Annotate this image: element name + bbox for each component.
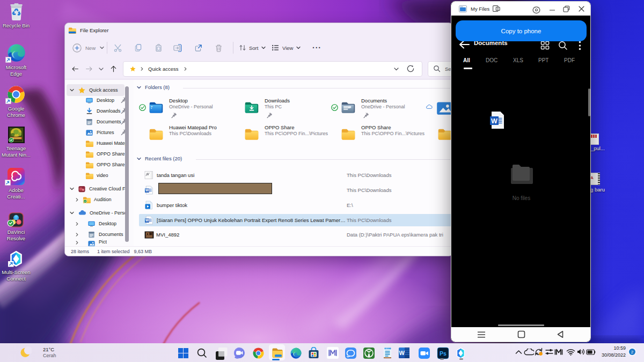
svg-text:W: W xyxy=(491,117,497,125)
svg-text:W: W xyxy=(399,350,405,356)
svg-text:Ps: Ps xyxy=(440,350,447,356)
